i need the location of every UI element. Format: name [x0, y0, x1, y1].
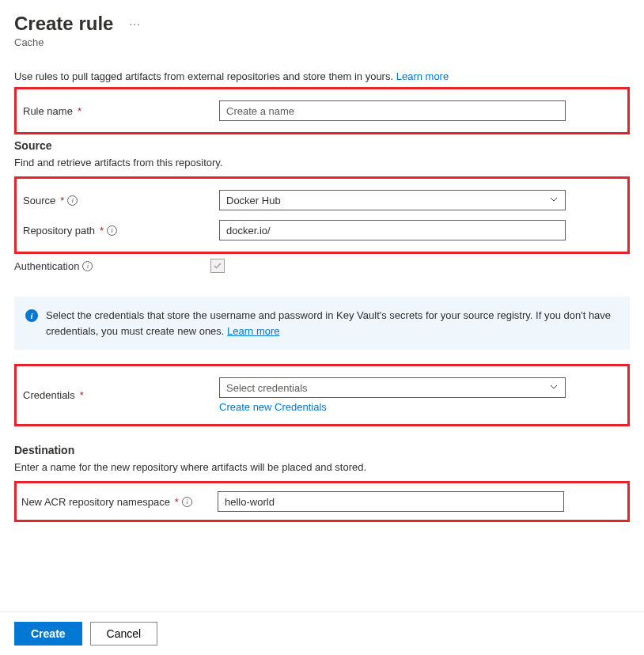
- learn-more-link[interactable]: Learn more: [396, 70, 449, 82]
- info-icon[interactable]: i: [107, 225, 117, 236]
- info-icon[interactable]: i: [82, 261, 93, 271]
- required-indicator: *: [100, 225, 104, 237]
- page-title: Create rule: [14, 13, 113, 35]
- info-icon[interactable]: i: [67, 195, 78, 206]
- chevron-down-icon: [549, 382, 559, 394]
- chevron-down-icon: [549, 195, 559, 206]
- cancel-button[interactable]: Cancel: [90, 622, 158, 646]
- credentials-placeholder: Select credentials: [226, 382, 308, 394]
- credentials-label: Credentials: [23, 389, 75, 401]
- credentials-select[interactable]: Select credentials: [219, 377, 566, 398]
- required-indicator: *: [60, 195, 64, 206]
- more-icon[interactable]: ···: [129, 17, 141, 30]
- rule-name-input[interactable]: [219, 100, 566, 121]
- source-section-title: Source: [14, 139, 630, 152]
- repo-path-input[interactable]: [219, 220, 566, 240]
- source-section-desc: Find and retrieve artifacts from this re…: [14, 157, 630, 168]
- namespace-label: New ACR repository namespace: [21, 496, 170, 508]
- info-icon[interactable]: i: [182, 497, 192, 507]
- info-banner-icon: i: [25, 309, 38, 322]
- auth-checkbox: [210, 259, 225, 273]
- source-label: Source: [23, 195, 55, 206]
- info-banner-text: Select the credentials that store the us…: [46, 309, 611, 337]
- auth-label: Authentication: [14, 260, 79, 272]
- page-subtitle: Cache: [14, 36, 630, 48]
- source-select[interactable]: Docker Hub: [219, 190, 566, 210]
- info-banner: i Select the credentials that store the …: [14, 297, 630, 350]
- create-credentials-link[interactable]: Create new Credentials: [219, 401, 327, 413]
- required-indicator: *: [175, 496, 179, 508]
- namespace-input[interactable]: [218, 491, 564, 512]
- banner-learn-more-link[interactable]: Learn more: [227, 325, 279, 337]
- footer: Create Cancel: [0, 611, 644, 655]
- destination-section-desc: Enter a name for the new repository wher…: [14, 461, 630, 473]
- repo-path-label: Repository path: [23, 225, 95, 237]
- destination-section-title: Destination: [14, 444, 630, 456]
- required-indicator: *: [78, 105, 81, 117]
- description-text: Use rules to pull tagged artifacts from …: [14, 70, 393, 82]
- rule-name-label: Rule name: [23, 105, 73, 117]
- required-indicator: *: [80, 389, 84, 401]
- source-select-value: Docker Hub: [226, 195, 281, 206]
- create-button[interactable]: Create: [14, 622, 82, 646]
